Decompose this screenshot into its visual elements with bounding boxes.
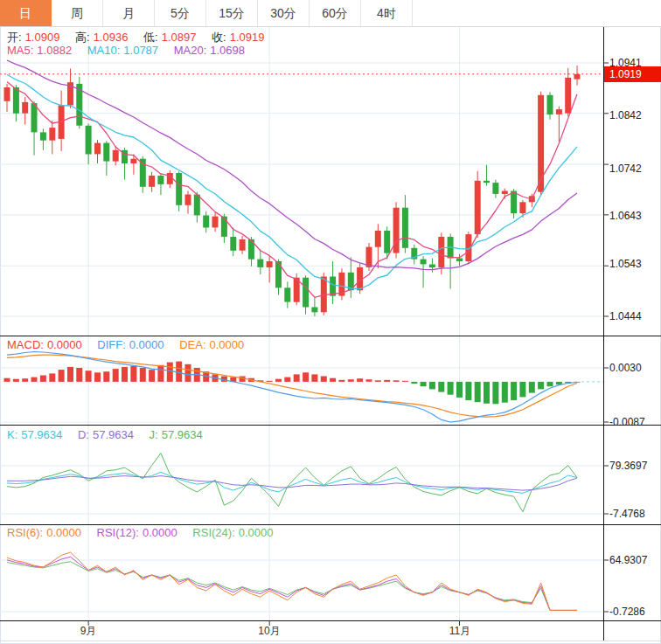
rsi-header: RSI(6):0.0000 RSI(12):0.0000 RSI(24):0.0… xyxy=(7,526,277,539)
ma20-label: MA20: xyxy=(174,44,207,57)
ma20-value: 1.0698 xyxy=(210,44,245,57)
j-label: J: xyxy=(150,428,158,441)
k-label: K: xyxy=(7,428,17,441)
y-axis-label-main-3: 1.0742 xyxy=(609,163,642,175)
kdj-header: K:57.9634 D:57.9634 J:57.9634 xyxy=(7,428,206,441)
low-value: 1.0897 xyxy=(162,31,197,44)
y-axis-label-main-6: 1.0444 xyxy=(609,310,642,322)
open-label: 开: xyxy=(7,31,22,44)
d-value: 57.9634 xyxy=(93,428,134,441)
macd-panel xyxy=(4,352,604,423)
macd-header: MACD:0.0000 DIFF:0.0000 DEA:0.0000 xyxy=(7,338,247,351)
y-axis-label-macd-1: 0.0030 xyxy=(609,362,642,374)
rsi-panel xyxy=(7,552,577,610)
close-value: 1.0919 xyxy=(230,31,265,44)
rsi12-value: 0.0000 xyxy=(143,526,177,539)
x-axis-label-sep: 9月 xyxy=(80,624,97,639)
tab-4hour[interactable]: 4时 xyxy=(361,0,413,26)
kdj-panel xyxy=(7,454,577,512)
y-axis-label-macd-2: -0.0087 xyxy=(609,416,645,428)
tab-30min[interactable]: 30分 xyxy=(258,0,310,26)
ma10-label: MA10: xyxy=(87,44,121,57)
high-label: 高: xyxy=(75,31,90,44)
y-axis-label-main-4: 1.0643 xyxy=(609,210,642,222)
k-value: 57.9634 xyxy=(21,428,62,441)
close-label: 收: xyxy=(212,31,226,44)
y-axis-label-rsi-1: 64.9307 xyxy=(609,554,647,566)
diff-label: DIFF: xyxy=(97,338,126,351)
tab-5min[interactable]: 5分 xyxy=(155,0,206,26)
dea-label: DEA: xyxy=(179,338,205,351)
y-axis-label-rsi-2: -0.7286 xyxy=(609,606,645,618)
panel-borders xyxy=(0,27,661,641)
tab-60min[interactable]: 60分 xyxy=(310,0,361,26)
y-axis-label-kdj-2: -7.4768 xyxy=(609,508,645,520)
macd-value: 0.0000 xyxy=(47,338,82,351)
dea-value: 0.0000 xyxy=(210,338,245,351)
timeframe-tabbar: 日 周 月 5分 15分 30分 60分 4时 xyxy=(0,0,661,27)
tab-weekly[interactable]: 周 xyxy=(52,0,103,26)
x-axis-label-oct: 10月 xyxy=(258,624,280,639)
diff-value: 0.0000 xyxy=(129,338,164,351)
y-axis-label-main-2: 1.0842 xyxy=(609,109,642,121)
ma10-value: 1.0787 xyxy=(123,44,158,57)
tabbar-filler xyxy=(413,0,661,26)
rsi12-label: RSI(12): xyxy=(97,526,139,539)
rsi24-value: 0.0000 xyxy=(239,526,274,539)
tab-15min[interactable]: 15分 xyxy=(206,0,258,26)
j-value: 57.9634 xyxy=(162,428,203,441)
ma5-value: 1.0882 xyxy=(37,44,72,57)
ma-header: MA5:1.0882 MA10:1.0787 MA20:1.0698 xyxy=(7,44,248,57)
tab-monthly[interactable]: 月 xyxy=(103,0,155,26)
high-value: 1.0936 xyxy=(94,31,129,44)
rsi6-label: RSI(6): xyxy=(7,526,43,539)
ma5-label: MA5: xyxy=(7,44,33,57)
candlesticks xyxy=(4,66,581,316)
x-axis-label-nov: 11月 xyxy=(449,624,470,639)
d-label: D: xyxy=(78,428,89,441)
last-price-badge: 1.0919 xyxy=(604,66,661,82)
macd-label: MACD: xyxy=(7,338,44,351)
ma-lines xyxy=(7,60,577,297)
rsi24-label: RSI(24): xyxy=(192,526,234,539)
y-axis-label-main-5: 1.0543 xyxy=(609,258,642,270)
rsi6-value: 0.0000 xyxy=(46,526,81,539)
open-value: 1.0909 xyxy=(25,31,60,44)
y-axis-label-kdj-1: 79.3697 xyxy=(609,460,647,472)
trading-chart-window: 日 周 月 5分 15分 30分 60分 4时 开:1.0909 高:1.093… xyxy=(0,0,661,644)
chart-canvas[interactable] xyxy=(0,26,661,644)
tab-daily[interactable]: 日 xyxy=(0,0,52,26)
low-label: 低: xyxy=(143,31,158,44)
